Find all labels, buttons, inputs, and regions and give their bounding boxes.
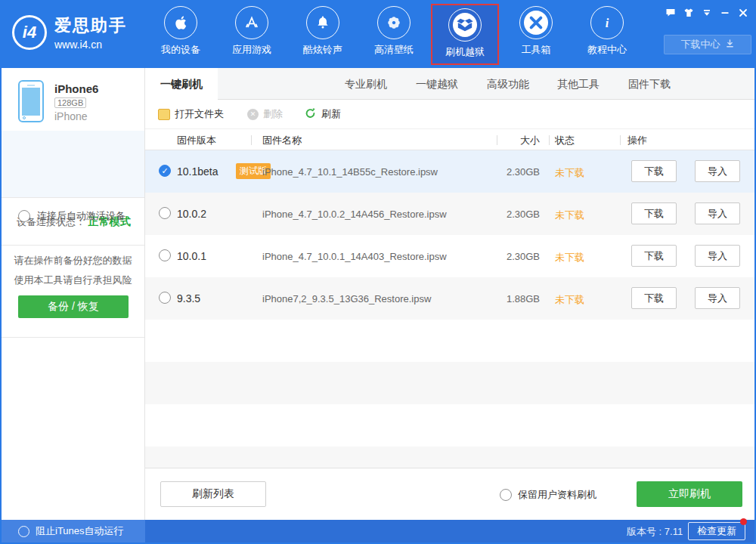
app-logo: i4 爱思助手 www.i4.cn [12, 14, 127, 51]
status-footer: 阻止iTunes自动运行 版本号 : 7.11 检查更新 [2, 520, 754, 542]
download-row-button[interactable]: 下载 [631, 160, 677, 182]
logo-i4-icon: i4 [12, 15, 47, 50]
nav-toolbox[interactable]: 工具箱 [504, 6, 568, 63]
import-row-button[interactable]: 导入 [695, 160, 740, 182]
firmware-toolbar: 打开文件夹 ✕ 删除 刷新 [145, 100, 754, 128]
connection-status-panel: 设备连接状态： 正常模式 [2, 131, 144, 197]
bottom-action-bar: 刷新列表 保留用户资料刷机 立即刷机 [145, 468, 754, 520]
device-name: iPhone6 [54, 82, 98, 95]
row-radio[interactable] [159, 207, 171, 219]
iphone-device-icon [18, 80, 44, 122]
auto-activate-radio[interactable] [18, 210, 30, 222]
status-not-downloaded: 未下载 [555, 166, 584, 180]
svg-text:i: i [606, 17, 609, 30]
delete-icon: ✕ [247, 109, 259, 120]
keep-user-data-radio[interactable] [500, 489, 512, 501]
minimize-icon[interactable] [720, 8, 730, 18]
empty-row-stripe [145, 362, 754, 404]
tab-one-click-jailbreak[interactable]: 一键越狱 [407, 68, 467, 100]
update-notification-dot [740, 518, 747, 525]
app-header: i4 爱思助手 www.i4.cn 我的设备 应用游戏 酷炫铃声 [2, 2, 754, 68]
nav-ringtones[interactable]: 酷炫铃声 [291, 6, 355, 63]
apple-icon [164, 6, 197, 39]
empty-row-stripe [145, 447, 754, 468]
check-update-button[interactable]: 检查更新 [688, 522, 745, 540]
wallpaper-icon [377, 6, 411, 39]
download-row-button[interactable]: 下载 [631, 202, 677, 224]
delete-button: ✕ 删除 [247, 100, 283, 128]
app-url: www.i4.cn [54, 39, 127, 51]
block-itunes-option[interactable]: 阻止iTunes自动运行 [2, 520, 145, 542]
download-center-button[interactable]: 下载中心 [664, 35, 751, 54]
firmware-row-9.3.5[interactable]: 9.3.5 iPhone7,2_9.3.5_13G36_Restore.ipsw… [145, 277, 754, 320]
nav-wallpapers[interactable]: 高清壁纸 [362, 6, 426, 63]
window-controls [665, 8, 748, 18]
refresh-button[interactable]: 刷新 [304, 100, 341, 128]
open-folder-button[interactable]: 打开文件夹 [158, 100, 224, 128]
column-status: 状态 [555, 134, 575, 147]
status-not-downloaded: 未下载 [555, 209, 584, 222]
firmware-row-10.0.2[interactable]: 10.0.2 iPhone_4.7_10.0.2_14A456_Restore.… [145, 193, 754, 235]
backup-warning-text: 请在操作前备份好您的数据 使用本工具请自行承担风险 [2, 251, 144, 290]
bell-icon [306, 6, 339, 39]
refresh-list-button[interactable]: 刷新列表 [160, 481, 266, 507]
firmware-table-header: 固件版本 固件名称 大小 状态 操作 [145, 128, 754, 150]
app-window: i4 爱思助手 www.i4.cn 我的设备 应用游戏 酷炫铃声 [0, 0, 756, 544]
version-number: 版本号 : 7.11 [627, 525, 683, 539]
row-radio-selected[interactable]: ✓ [159, 165, 171, 177]
status-not-downloaded: 未下载 [555, 251, 584, 264]
auto-activate-option[interactable]: 连接后自动激活设备 [18, 209, 125, 223]
sidebar: iPhone6 128GB iPhone 设备连接状态： 正常模式 连接后自动激… [2, 68, 145, 520]
import-row-button[interactable]: 导入 [695, 202, 740, 224]
skin-icon[interactable] [683, 8, 694, 18]
block-itunes-radio[interactable] [18, 526, 29, 537]
status-not-downloaded: 未下载 [555, 293, 584, 307]
minimize-to-tray-icon[interactable] [702, 8, 712, 18]
column-version: 固件版本 [177, 134, 216, 147]
import-row-button[interactable]: 导入 [695, 287, 740, 309]
info-icon: i [590, 6, 624, 39]
download-icon [725, 39, 735, 51]
refresh-icon [304, 107, 317, 122]
row-radio[interactable] [159, 249, 171, 261]
jailbreak-box-icon [448, 8, 482, 42]
nav-apps-games[interactable]: 应用游戏 [220, 6, 284, 63]
nav-tutorials[interactable]: i 教程中心 [575, 6, 639, 63]
keep-user-data-option[interactable]: 保留用户资料刷机 [500, 488, 596, 502]
tab-pro-flash[interactable]: 专业刷机 [336, 68, 396, 100]
column-name: 固件名称 [262, 134, 302, 147]
toolbox-icon [519, 6, 553, 39]
column-size: 大小 [472, 134, 540, 147]
download-row-button[interactable]: 下载 [631, 287, 677, 309]
firmware-row-10.1beta[interactable]: ✓ 10.1beta 测试版 iPhone_4.7_10.1_14B55c_Re… [145, 150, 754, 193]
backup-restore-button[interactable]: 备份 / 恢复 [18, 295, 129, 318]
column-actions: 操作 [627, 134, 647, 147]
flash-now-button[interactable]: 立即刷机 [637, 481, 742, 507]
firmware-row-10.0.1[interactable]: 10.0.1 iPhone_4.7_10.0.1_14A403_Restore.… [145, 235, 754, 277]
close-icon[interactable] [738, 8, 748, 18]
folder-icon [158, 109, 170, 120]
tab-advanced[interactable]: 高级功能 [478, 68, 538, 100]
tab-firmware-download[interactable]: 固件下载 [619, 68, 680, 100]
import-row-button[interactable]: 导入 [695, 245, 740, 267]
feedback-icon[interactable] [665, 8, 676, 18]
tab-other-tools[interactable]: 其他工具 [548, 68, 609, 100]
app-name: 爱思助手 [54, 14, 127, 37]
tab-bar: 一键刷机 专业刷机 一键越狱 高级功能 其他工具 固件下载 [145, 68, 754, 100]
device-model: iPhone [54, 110, 88, 122]
tab-one-click-flash[interactable]: 一键刷机 [145, 68, 218, 100]
download-row-button[interactable]: 下载 [631, 245, 677, 267]
appstore-icon [235, 6, 268, 39]
row-radio[interactable] [159, 292, 171, 304]
device-capacity-badge: 128GB [54, 97, 86, 108]
nav-my-device[interactable]: 我的设备 [149, 6, 212, 63]
nav-flash-jailbreak[interactable]: 刷机越狱 [431, 4, 499, 65]
